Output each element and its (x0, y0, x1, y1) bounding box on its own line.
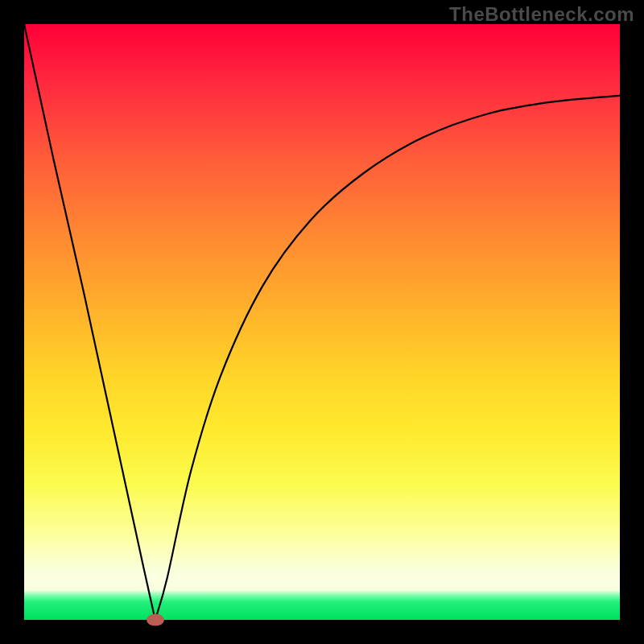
watermark-text: TheBottleneck.com (449, 3, 634, 26)
bottleneck-curve (24, 24, 620, 620)
optimum-marker (147, 614, 164, 626)
curve-path (24, 24, 620, 620)
chart-frame: TheBottleneck.com (0, 0, 644, 644)
plot-area (24, 24, 620, 620)
